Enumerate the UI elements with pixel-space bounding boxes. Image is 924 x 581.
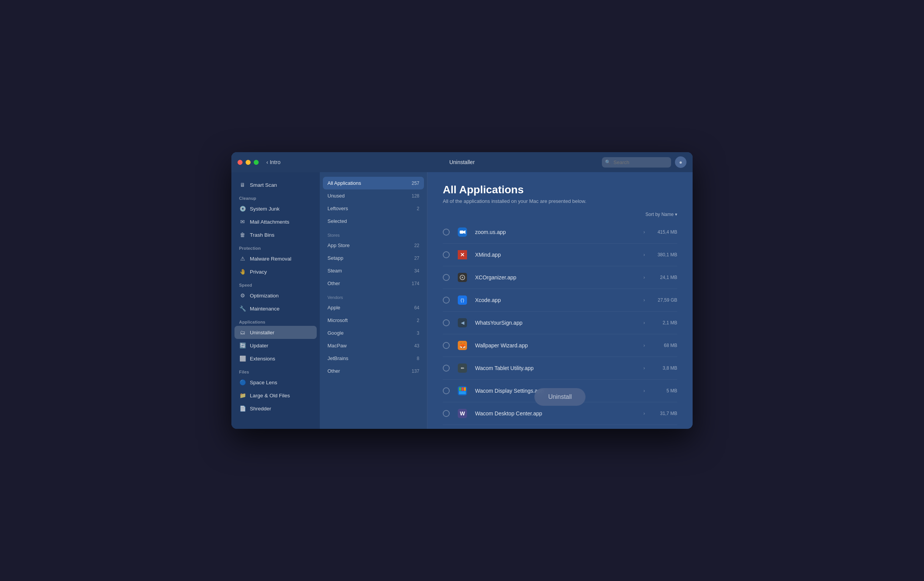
filter-item[interactable]: All Applications257	[323, 177, 424, 189]
vendor-item[interactable]: Other137	[320, 365, 427, 377]
smart-scan-icon: 🖥	[239, 181, 246, 188]
filter-item[interactable]: Unused128	[320, 189, 427, 202]
search-wrapper: 🔍	[602, 157, 671, 168]
vendor-item[interactable]: Microsoft2	[320, 314, 427, 327]
filter-count: 257	[412, 181, 419, 186]
app-checkbox[interactable]	[443, 297, 450, 304]
close-button[interactable]	[238, 160, 243, 165]
app-checkbox[interactable]	[443, 229, 450, 236]
sidebar-item-large-old-files[interactable]: 📁 Large & Old Files	[231, 389, 320, 402]
sidebar-item-maintenance[interactable]: 🔧 Maintenance	[231, 302, 320, 315]
main-wrapper: All Applications All of the applications…	[427, 172, 693, 429]
svg-text:{'}: {'}	[460, 298, 464, 302]
sidebar-item-mail-attachments[interactable]: ✉ Mail Attachments	[231, 215, 320, 228]
vendor-item[interactable]: Google3	[320, 327, 427, 339]
app-checkbox[interactable]	[443, 387, 450, 394]
app-expand-icon[interactable]: ›	[643, 343, 645, 348]
filter-item[interactable]: Selected	[320, 215, 427, 227]
privacy-icon: 🤚	[239, 268, 246, 275]
app-checkbox[interactable]	[443, 342, 450, 349]
vendor-label: Microsoft	[327, 317, 348, 323]
app-icon: ◀	[455, 315, 470, 330]
sidebar-item-updater[interactable]: 🔄 Updater	[231, 339, 320, 352]
sidebar-item-shredder[interactable]: 📄 Shredder	[231, 402, 320, 415]
uninstaller-icon: 🗂	[239, 329, 246, 336]
search-input[interactable]	[602, 157, 671, 168]
store-item[interactable]: App Store22	[320, 239, 427, 252]
avatar-icon: ●	[679, 159, 682, 165]
avatar-button[interactable]: ●	[675, 156, 686, 168]
filter-label: Unused	[327, 193, 345, 199]
vendors-list: Apple64Microsoft2Google3MacPaw43JetBrain…	[320, 301, 427, 377]
store-item[interactable]: Steam34	[320, 264, 427, 277]
sidebar-item-space-lens[interactable]: 🔵 Space Lens	[231, 376, 320, 389]
sidebar-item-system-junk[interactable]: 💿 System Junk	[231, 202, 320, 215]
store-label: Other	[327, 281, 340, 286]
sidebar-item-uninstaller[interactable]: 🗂 Uninstaller	[234, 326, 317, 339]
app-expand-icon[interactable]: ›	[643, 229, 645, 235]
filter-item[interactable]: Leftovers2	[320, 202, 427, 215]
app-expand-icon[interactable]: ›	[643, 320, 645, 325]
fullscreen-button[interactable]	[254, 160, 259, 165]
table-row[interactable]: i VoodooPad Utility.app › 11,7 MB	[443, 425, 677, 429]
table-row[interactable]: ✏ Wacom Tablet Utility.app › 3,8 MB	[443, 357, 677, 380]
sidebar-item-malware-removal[interactable]: ⚠ Malware Removal	[231, 252, 320, 265]
svg-text:W: W	[460, 410, 465, 417]
svg-point-7	[462, 277, 463, 278]
svg-text:◀: ◀	[461, 320, 465, 325]
sort-bar: Sort by Name ▾	[443, 212, 677, 217]
svg-rect-1	[460, 231, 464, 234]
app-checkbox[interactable]	[443, 365, 450, 372]
app-expand-icon[interactable]: ›	[643, 388, 645, 393]
app-expand-icon[interactable]: ›	[643, 252, 645, 257]
app-name: XCOrganizer.app	[475, 274, 638, 281]
titlebar-nav: ‹ Intro	[266, 159, 281, 165]
minimize-button[interactable]	[246, 160, 251, 165]
vendor-label: MacPaw	[327, 343, 347, 349]
app-expand-icon[interactable]: ›	[643, 411, 645, 416]
uninstall-button[interactable]: Uninstall	[534, 388, 585, 406]
app-icon: {'}	[455, 293, 470, 307]
vendor-item[interactable]: MacPaw43	[320, 339, 427, 352]
store-item[interactable]: Setapp27	[320, 252, 427, 264]
app-expand-icon[interactable]: ›	[643, 365, 645, 371]
store-count: 22	[414, 243, 419, 248]
table-row[interactable]: zoom.us.app › 415,4 MB	[443, 221, 677, 244]
sidebar-label-malware: Malware Removal	[250, 256, 291, 262]
app-expand-icon[interactable]: ›	[643, 275, 645, 280]
trash-icon: 🗑	[239, 231, 246, 238]
store-label: App Store	[327, 242, 350, 248]
sidebar-item-privacy[interactable]: 🤚 Privacy	[231, 265, 320, 278]
filter-list: All Applications257Unused128Leftovers2Se…	[320, 177, 427, 227]
table-row[interactable]: ✕ XMind.app › 380,1 MB	[443, 244, 677, 266]
table-row[interactable]: {'} Xcode.app › 27,59 GB	[443, 289, 677, 312]
vendor-item[interactable]: JetBrains8	[320, 352, 427, 365]
table-row[interactable]: 🦊 Wallpaper Wizard.app › 68 MB	[443, 334, 677, 357]
vendor-item[interactable]: Apple64	[320, 301, 427, 314]
sidebar-item-trash-bins[interactable]: 🗑 Trash Bins	[231, 228, 320, 241]
sidebar-label-updater: Updater	[250, 343, 268, 349]
app-checkbox[interactable]	[443, 410, 450, 417]
app-icon	[455, 383, 470, 398]
table-row[interactable]: ◀ WhatsYourSign.app › 2,1 MB	[443, 312, 677, 334]
mail-icon: ✉	[239, 218, 246, 225]
store-item[interactable]: Other174	[320, 277, 427, 290]
filter-count: 2	[417, 206, 419, 211]
table-row[interactable]: XCOrganizer.app › 24,1 MB	[443, 266, 677, 289]
sidebar-label-uninstaller: Uninstaller	[250, 330, 274, 335]
sidebar-item-extensions[interactable]: ⬜ Extensions	[231, 352, 320, 365]
sidebar-item-optimization[interactable]: ⚙ Optimization	[231, 289, 320, 302]
cleanup-section-label: Cleanup	[231, 191, 320, 202]
app-checkbox[interactable]	[443, 251, 450, 258]
sidebar-item-smart-scan[interactable]: 🖥 Smart Scan	[231, 178, 320, 191]
back-button[interactable]: ‹ Intro	[266, 159, 281, 165]
app-checkbox[interactable]	[443, 274, 450, 281]
filter-label: Selected	[327, 218, 347, 224]
filter-label: All Applications	[327, 180, 361, 186]
protection-section-label: Protection	[231, 241, 320, 252]
app-name: Wacom Desktop Center.app	[475, 410, 638, 417]
app-expand-icon[interactable]: ›	[643, 297, 645, 303]
app-icon: 🦊	[455, 338, 470, 353]
app-checkbox[interactable]	[443, 319, 450, 326]
sort-button[interactable]: Sort by Name ▾	[645, 212, 677, 217]
